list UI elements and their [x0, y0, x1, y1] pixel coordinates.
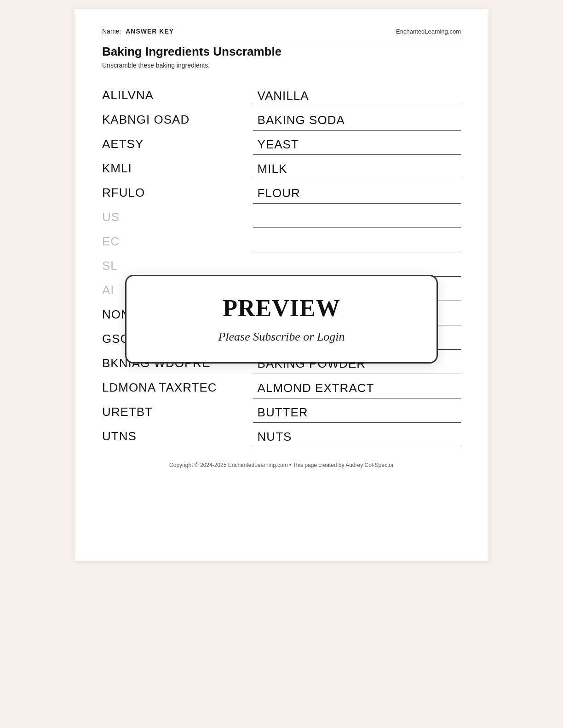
- scrambled-word: URETBT: [102, 398, 253, 423]
- scrambled-word: KABNGI OSAD: [102, 106, 253, 131]
- subtitle: Unscramble these baking ingredients.: [102, 62, 461, 69]
- scrambled-word: LDMONA TAXRTEC: [102, 374, 253, 398]
- word-row: URETBTBUTTER: [102, 398, 461, 423]
- word-row: RFULOFLOUR: [102, 179, 461, 204]
- answer-col: BUTTER: [253, 399, 461, 423]
- word-row: EC: [102, 228, 461, 252]
- answer-line-wrap: YEAST: [253, 131, 461, 155]
- page-title: Baking Ingredients Unscramble: [102, 45, 461, 59]
- word-row: KABNGI OSADBAKING SODA: [102, 106, 461, 131]
- answer-word: BUTTER: [258, 405, 461, 420]
- answer-col: YEAST: [253, 131, 461, 155]
- name-line: Name: ANSWER KEY: [102, 28, 174, 35]
- answer-line-wrap: NUTS: [253, 423, 461, 447]
- word-row: KMLIMILK: [102, 155, 461, 179]
- answer-line-wrap: [253, 243, 461, 252]
- answer-col: [253, 243, 461, 252]
- preview-overlay: PREVIEW Please Subscribe or Login: [125, 275, 438, 364]
- answer-word: VANILLA: [258, 89, 461, 103]
- scrambled-word: US: [102, 204, 253, 228]
- answer-col: ALMOND EXTRACT: [253, 375, 461, 398]
- scrambled-word: SL: [102, 252, 253, 277]
- answer-line-wrap: BAKING SODA: [253, 107, 461, 131]
- page: Name: ANSWER KEY EnchantedLearning.com B…: [75, 9, 488, 561]
- scrambled-word: AETSY: [102, 131, 253, 155]
- preview-subtitle: Please Subscribe or Login: [218, 330, 345, 344]
- answer-col: NUTS: [253, 423, 461, 447]
- word-list: ALILVNAVANILLAKABNGI OSADBAKING SODAAETS…: [102, 82, 461, 447]
- word-row: ALILVNAVANILLA: [102, 82, 461, 106]
- answer-col: VANILLA: [253, 82, 461, 106]
- scrambled-word: UTNS: [102, 423, 253, 447]
- top-bar: Name: ANSWER KEY EnchantedLearning.com: [102, 28, 461, 37]
- answer-line-wrap: FLOUR: [253, 180, 461, 204]
- name-label: Name:: [102, 28, 121, 35]
- word-row: AETSYYEAST: [102, 131, 461, 155]
- answer-word: FLOUR: [258, 186, 461, 200]
- scrambled-word: KMLI: [102, 155, 253, 179]
- answer-word: ALMOND EXTRACT: [258, 381, 461, 395]
- answer-line-wrap: MILK: [253, 155, 461, 179]
- word-row: LDMONA TAXRTECALMOND EXTRACT: [102, 374, 461, 398]
- answer-col: BAKING SODA: [253, 107, 461, 131]
- scrambled-word: ALILVNA: [102, 82, 253, 106]
- answer-col: FLOUR: [253, 180, 461, 204]
- answer-key-label: ANSWER KEY: [126, 28, 174, 35]
- answer-word: MILK: [258, 162, 461, 176]
- answer-word: NUTS: [258, 430, 461, 444]
- answer-word: YEAST: [258, 137, 461, 152]
- answer-col: MILK: [253, 155, 461, 179]
- answer-word: BAKING SODA: [258, 113, 461, 127]
- word-row: SL: [102, 252, 461, 277]
- scrambled-word: RFULO: [102, 179, 253, 204]
- answer-line-wrap: ALMOND EXTRACT: [253, 375, 461, 398]
- footer: Copyright © 2024-2025 EnchantedLearning.…: [102, 462, 461, 468]
- site-url: EnchantedLearning.com: [396, 28, 461, 35]
- preview-title: PREVIEW: [223, 295, 340, 322]
- answer-line-wrap: BUTTER: [253, 399, 461, 423]
- scrambled-word: EC: [102, 228, 253, 252]
- answer-col: [253, 218, 461, 228]
- answer-line-wrap: [253, 218, 461, 228]
- word-row: UTNSNUTS: [102, 423, 461, 447]
- word-row: US: [102, 204, 461, 228]
- answer-line-wrap: VANILLA: [253, 82, 461, 106]
